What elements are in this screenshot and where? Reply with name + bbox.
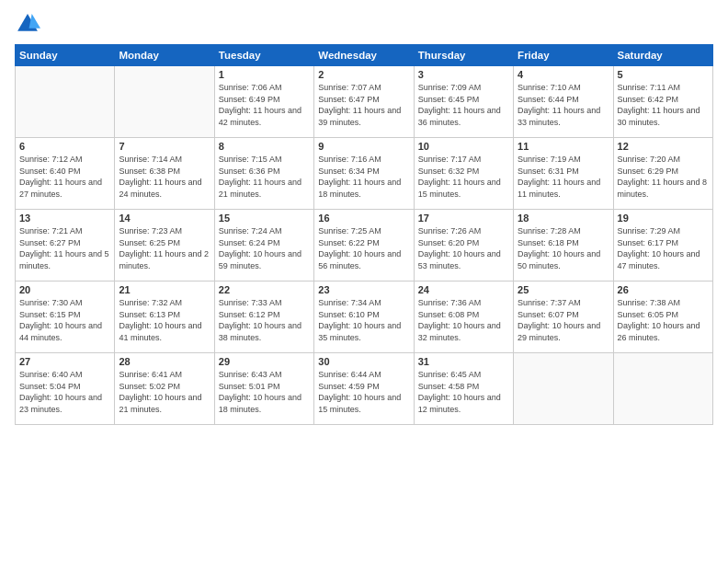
calendar-cell: 12Sunrise: 7:20 AM Sunset: 6:29 PM Dayli… [613, 138, 712, 210]
calendar-cell: 30Sunrise: 6:44 AM Sunset: 4:59 PM Dayli… [314, 353, 414, 425]
day-number: 22 [219, 284, 310, 295]
day-number: 3 [418, 69, 509, 80]
day-info: Sunrise: 7:23 AM Sunset: 6:25 PM Dayligh… [119, 225, 210, 271]
calendar-header-tuesday: Tuesday [214, 45, 313, 66]
day-number: 5 [618, 69, 709, 80]
calendar-week-3: 13Sunrise: 7:21 AM Sunset: 6:27 PM Dayli… [16, 210, 713, 282]
day-number: 15 [219, 213, 310, 224]
day-number: 25 [518, 284, 609, 295]
day-number: 16 [318, 213, 409, 224]
day-number: 28 [119, 356, 210, 367]
day-number: 9 [318, 141, 409, 152]
calendar-header-row: SundayMondayTuesdayWednesdayThursdayFrid… [16, 45, 713, 66]
svg-marker-1 [29, 14, 40, 29]
calendar-cell: 6Sunrise: 7:12 AM Sunset: 6:40 PM Daylig… [16, 138, 115, 210]
day-info: Sunrise: 7:06 AM Sunset: 6:49 PM Dayligh… [219, 82, 310, 128]
day-info: Sunrise: 7:25 AM Sunset: 6:22 PM Dayligh… [318, 225, 409, 271]
day-number: 2 [318, 69, 409, 80]
day-info: Sunrise: 7:36 AM Sunset: 6:08 PM Dayligh… [418, 297, 509, 343]
calendar-cell: 11Sunrise: 7:19 AM Sunset: 6:31 PM Dayli… [514, 138, 613, 210]
calendar-cell: 15Sunrise: 7:24 AM Sunset: 6:24 PM Dayli… [214, 210, 313, 282]
calendar-header-monday: Monday [115, 45, 214, 66]
calendar-body: 1Sunrise: 7:06 AM Sunset: 6:49 PM Daylig… [16, 66, 713, 425]
day-info: Sunrise: 7:28 AM Sunset: 6:18 PM Dayligh… [518, 225, 609, 271]
day-info: Sunrise: 7:33 AM Sunset: 6:12 PM Dayligh… [219, 297, 310, 343]
calendar-header-wednesday: Wednesday [314, 45, 414, 66]
day-number: 29 [219, 356, 310, 367]
calendar-cell: 17Sunrise: 7:26 AM Sunset: 6:20 PM Dayli… [414, 210, 513, 282]
calendar-cell: 5Sunrise: 7:11 AM Sunset: 6:42 PM Daylig… [613, 66, 712, 138]
day-info: Sunrise: 7:10 AM Sunset: 6:44 PM Dayligh… [518, 82, 609, 128]
day-number: 18 [518, 213, 609, 224]
day-info: Sunrise: 6:43 AM Sunset: 5:01 PM Dayligh… [219, 369, 310, 415]
calendar-cell: 19Sunrise: 7:29 AM Sunset: 6:17 PM Dayli… [613, 210, 712, 282]
day-info: Sunrise: 7:37 AM Sunset: 6:07 PM Dayligh… [518, 297, 609, 343]
day-number: 31 [418, 356, 509, 367]
day-number: 26 [618, 284, 709, 295]
calendar-cell: 7Sunrise: 7:14 AM Sunset: 6:38 PM Daylig… [115, 138, 214, 210]
calendar-week-4: 20Sunrise: 7:30 AM Sunset: 6:15 PM Dayli… [16, 282, 713, 353]
calendar-cell: 31Sunrise: 6:45 AM Sunset: 4:58 PM Dayli… [414, 353, 513, 425]
day-number: 24 [418, 284, 509, 295]
calendar-cell: 23Sunrise: 7:34 AM Sunset: 6:10 PM Dayli… [314, 282, 414, 353]
day-info: Sunrise: 6:44 AM Sunset: 4:59 PM Dayligh… [318, 369, 409, 415]
day-info: Sunrise: 7:30 AM Sunset: 6:15 PM Dayligh… [19, 297, 110, 343]
calendar-cell: 10Sunrise: 7:17 AM Sunset: 6:32 PM Dayli… [414, 138, 513, 210]
calendar-cell: 14Sunrise: 7:23 AM Sunset: 6:25 PM Dayli… [115, 210, 214, 282]
day-info: Sunrise: 7:19 AM Sunset: 6:31 PM Dayligh… [518, 154, 609, 200]
day-number: 13 [19, 213, 110, 224]
day-number: 10 [418, 141, 509, 152]
day-number: 17 [418, 213, 509, 224]
calendar-cell: 16Sunrise: 7:25 AM Sunset: 6:22 PM Dayli… [314, 210, 414, 282]
day-number: 19 [618, 213, 709, 224]
day-info: Sunrise: 7:21 AM Sunset: 6:27 PM Dayligh… [19, 225, 110, 271]
calendar-header-saturday: Saturday [613, 45, 712, 66]
day-info: Sunrise: 7:15 AM Sunset: 6:36 PM Dayligh… [219, 154, 310, 200]
calendar-cell [613, 353, 712, 425]
day-number: 8 [219, 141, 310, 152]
calendar-cell: 13Sunrise: 7:21 AM Sunset: 6:27 PM Dayli… [16, 210, 115, 282]
day-info: Sunrise: 6:40 AM Sunset: 5:04 PM Dayligh… [19, 369, 110, 415]
logo-icon [15, 11, 40, 37]
day-info: Sunrise: 7:38 AM Sunset: 6:05 PM Dayligh… [618, 297, 709, 343]
day-info: Sunrise: 6:41 AM Sunset: 5:02 PM Dayligh… [119, 369, 210, 415]
calendar-cell: 21Sunrise: 7:32 AM Sunset: 6:13 PM Dayli… [115, 282, 214, 353]
calendar-cell: 20Sunrise: 7:30 AM Sunset: 6:15 PM Dayli… [16, 282, 115, 353]
calendar-header-sunday: Sunday [16, 45, 115, 66]
day-info: Sunrise: 7:09 AM Sunset: 6:45 PM Dayligh… [418, 82, 509, 128]
day-number: 12 [618, 141, 709, 152]
day-info: Sunrise: 7:17 AM Sunset: 6:32 PM Dayligh… [418, 154, 509, 200]
calendar-cell: 22Sunrise: 7:33 AM Sunset: 6:12 PM Dayli… [214, 282, 313, 353]
calendar-cell: 8Sunrise: 7:15 AM Sunset: 6:36 PM Daylig… [214, 138, 313, 210]
calendar-week-5: 27Sunrise: 6:40 AM Sunset: 5:04 PM Dayli… [16, 353, 713, 425]
calendar-cell [16, 66, 115, 138]
day-info: Sunrise: 7:20 AM Sunset: 6:29 PM Dayligh… [618, 154, 709, 200]
calendar-cell: 27Sunrise: 6:40 AM Sunset: 5:04 PM Dayli… [16, 353, 115, 425]
day-info: Sunrise: 7:32 AM Sunset: 6:13 PM Dayligh… [119, 297, 210, 343]
day-info: Sunrise: 7:29 AM Sunset: 6:17 PM Dayligh… [618, 225, 709, 271]
calendar-cell: 3Sunrise: 7:09 AM Sunset: 6:45 PM Daylig… [414, 66, 513, 138]
day-info: Sunrise: 7:26 AM Sunset: 6:20 PM Dayligh… [418, 225, 509, 271]
day-info: Sunrise: 7:14 AM Sunset: 6:38 PM Dayligh… [119, 154, 210, 200]
calendar-table: SundayMondayTuesdayWednesdayThursdayFrid… [15, 44, 713, 425]
calendar-week-2: 6Sunrise: 7:12 AM Sunset: 6:40 PM Daylig… [16, 138, 713, 210]
calendar-cell: 9Sunrise: 7:16 AM Sunset: 6:34 PM Daylig… [314, 138, 414, 210]
day-number: 14 [119, 213, 210, 224]
day-info: Sunrise: 7:07 AM Sunset: 6:47 PM Dayligh… [318, 82, 409, 128]
day-number: 1 [219, 69, 310, 80]
day-number: 27 [19, 356, 110, 367]
calendar-cell: 2Sunrise: 7:07 AM Sunset: 6:47 PM Daylig… [314, 66, 414, 138]
calendar-cell: 18Sunrise: 7:28 AM Sunset: 6:18 PM Dayli… [514, 210, 613, 282]
calendar-cell: 24Sunrise: 7:36 AM Sunset: 6:08 PM Dayli… [414, 282, 513, 353]
day-number: 7 [119, 141, 210, 152]
day-number: 6 [19, 141, 110, 152]
calendar-cell: 25Sunrise: 7:37 AM Sunset: 6:07 PM Dayli… [514, 282, 613, 353]
day-number: 4 [518, 69, 609, 80]
calendar-cell: 4Sunrise: 7:10 AM Sunset: 6:44 PM Daylig… [514, 66, 613, 138]
calendar-cell: 28Sunrise: 6:41 AM Sunset: 5:02 PM Dayli… [115, 353, 214, 425]
day-number: 21 [119, 284, 210, 295]
day-info: Sunrise: 7:11 AM Sunset: 6:42 PM Dayligh… [618, 82, 709, 128]
calendar-cell: 29Sunrise: 6:43 AM Sunset: 5:01 PM Dayli… [214, 353, 313, 425]
calendar-cell [514, 353, 613, 425]
calendar-cell: 1Sunrise: 7:06 AM Sunset: 6:49 PM Daylig… [214, 66, 313, 138]
